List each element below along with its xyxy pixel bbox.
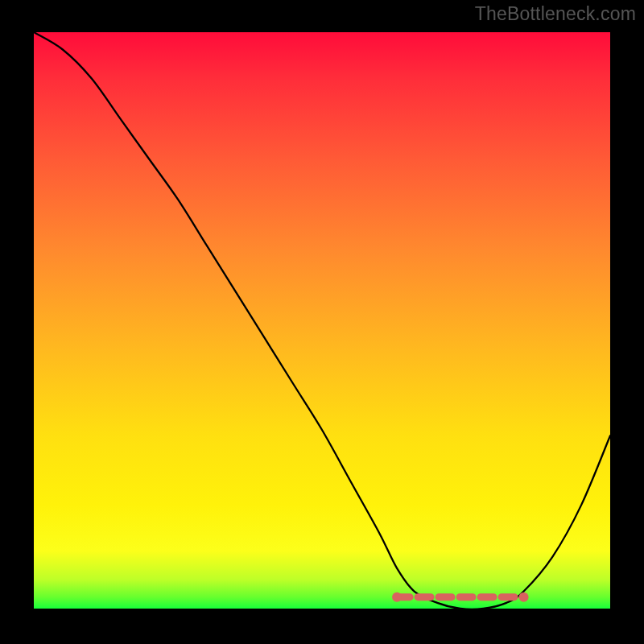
plot-area	[34, 32, 610, 609]
chart-frame: TheBottleneck.com	[0, 0, 644, 644]
minimum-region-start-dot	[392, 592, 402, 602]
minimum-region-end-dot	[519, 592, 529, 602]
curve-svg	[34, 32, 610, 609]
watermark-text: TheBottleneck.com	[475, 3, 636, 25]
bottleneck-curve	[34, 32, 610, 609]
